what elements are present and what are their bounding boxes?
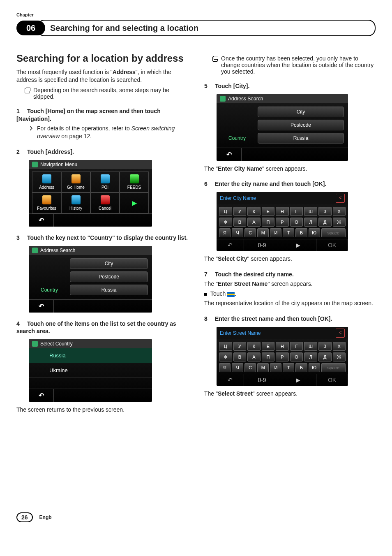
country-button[interactable]: Russia [70, 285, 148, 295]
keyboard-row-1: Ц У К Е Н Г Ш З Х [219, 207, 346, 216]
nav-item-address[interactable]: Address [32, 171, 61, 192]
ok-button[interactable]: OK [316, 374, 348, 386]
key[interactable]: Т [283, 228, 294, 237]
nav-item-next[interactable]: ▶ [120, 192, 149, 213]
flag-icon [227, 292, 235, 297]
key[interactable]: А [247, 352, 261, 361]
key[interactable]: Ж [333, 352, 346, 361]
key[interactable]: Ю [309, 228, 320, 237]
country-row-ukraine[interactable]: Ukraine [29, 363, 152, 378]
key[interactable]: Б [295, 228, 307, 237]
key[interactable]: К [247, 207, 261, 216]
back-button[interactable]: ↶ [29, 389, 54, 402]
step-6: 6 Enter the city name and then touch [OK… [204, 180, 376, 188]
key[interactable]: Р [276, 218, 289, 227]
key[interactable]: М [257, 363, 269, 372]
key[interactable]: В [233, 352, 247, 361]
key[interactable]: С [244, 228, 256, 237]
key[interactable]: И [270, 228, 281, 237]
key[interactable]: З [318, 207, 332, 216]
next-button[interactable]: ▶ [280, 239, 316, 251]
key[interactable]: У [233, 342, 247, 351]
key[interactable]: Х [333, 342, 346, 351]
key[interactable]: К [247, 342, 261, 351]
key[interactable]: П [262, 352, 275, 361]
key-space[interactable]: space [321, 363, 346, 372]
back-button[interactable]: ↶ [29, 214, 54, 227]
key[interactable]: Ц [219, 207, 232, 216]
back-button[interactable]: ↶ [217, 239, 244, 251]
key[interactable]: О [290, 218, 303, 227]
postcode-button[interactable]: Postcode [70, 271, 148, 282]
key[interactable]: Е [262, 342, 275, 351]
screenshot-titlebar: Select Country [29, 339, 152, 348]
key[interactable]: Н [276, 207, 289, 216]
step-7-sub: Touch . [204, 290, 376, 297]
key[interactable]: Л [304, 352, 317, 361]
next-button[interactable]: ▶ [280, 374, 316, 386]
postcode-button[interactable]: Postcode [258, 120, 344, 130]
key[interactable]: Я [219, 363, 231, 372]
nav-item-cancel[interactable]: Cancel [90, 192, 120, 213]
city-button[interactable]: City [258, 107, 344, 117]
back-button[interactable]: ↶ [29, 300, 54, 313]
key[interactable]: Е [262, 207, 275, 216]
screenshot-titlebar: Navigation Menu [29, 160, 152, 169]
key[interactable]: Ч [232, 363, 243, 372]
screenshot-enter-city-name: Enter City Name < Ц У К Е Н Г Ш З Х [217, 192, 348, 251]
key[interactable]: Ю [309, 363, 320, 372]
key[interactable]: У [233, 207, 247, 216]
key[interactable]: Ц [219, 342, 232, 351]
key[interactable]: Л [304, 218, 317, 227]
key[interactable]: Ф [219, 352, 232, 361]
ok-button[interactable]: OK [316, 239, 348, 251]
key[interactable]: А [247, 218, 261, 227]
step-7: 7 Touch the desired city name. [204, 271, 376, 278]
screenshot-enter-street-name: Enter Street Name < Ц У К Е Н Г Ш З Х [217, 327, 348, 386]
key[interactable]: Б [295, 363, 307, 372]
nav-item-poi[interactable]: POI [90, 171, 120, 192]
key[interactable]: Т [283, 363, 294, 372]
key[interactable]: М [257, 228, 269, 237]
back-button[interactable]: ↶ [217, 148, 242, 161]
key[interactable]: Ш [304, 342, 317, 351]
close-icon[interactable]: < [336, 329, 345, 338]
note-icon [25, 88, 30, 93]
key[interactable]: Ж [333, 218, 346, 227]
close-icon[interactable]: < [336, 194, 345, 203]
country-row-russia[interactable]: Russia [29, 348, 152, 363]
key[interactable]: С [244, 363, 256, 372]
key[interactable]: О [290, 352, 303, 361]
key[interactable]: Х [333, 207, 346, 216]
key[interactable]: И [270, 363, 281, 372]
key[interactable]: Д [318, 352, 332, 361]
key[interactable]: Ч [232, 228, 243, 237]
country-button[interactable]: Russia [258, 133, 344, 144]
nav-item-history[interactable]: History [61, 192, 90, 213]
key[interactable]: З [318, 342, 332, 351]
key[interactable]: Д [318, 218, 332, 227]
page-footer: 26 Engb [16, 512, 52, 522]
back-button[interactable]: ↶ [217, 374, 244, 386]
key[interactable]: Г [290, 342, 303, 351]
chapter-header: 06 Searching for and selecting a locatio… [16, 20, 376, 36]
numeric-button[interactable]: 0-9 [244, 239, 280, 251]
step-3: 3 Touch the key next to "Country" to dis… [16, 234, 188, 242]
key[interactable]: Ш [304, 207, 317, 216]
step-4: 4 Touch one of the items on the list to … [16, 320, 188, 336]
keyboard-row-3: Я Ч С М И Т Б Ю space [219, 363, 346, 372]
key[interactable]: Н [276, 342, 289, 351]
key[interactable]: Я [219, 228, 231, 237]
nav-item-favourites[interactable]: Favourites [32, 192, 61, 213]
key-space[interactable]: space [321, 228, 346, 237]
nav-item-go-home[interactable]: Go Home [61, 171, 90, 192]
key[interactable]: Р [276, 352, 289, 361]
key[interactable]: Ф [219, 218, 232, 227]
key[interactable]: Г [290, 207, 303, 216]
city-button[interactable]: City [70, 258, 148, 269]
numeric-button[interactable]: 0-9 [244, 374, 280, 386]
key[interactable]: П [262, 218, 275, 227]
key[interactable]: В [233, 218, 247, 227]
note-bullet: Depending on the search results, some st… [25, 87, 188, 100]
nav-item-feeds[interactable]: FEEDS [120, 171, 149, 192]
